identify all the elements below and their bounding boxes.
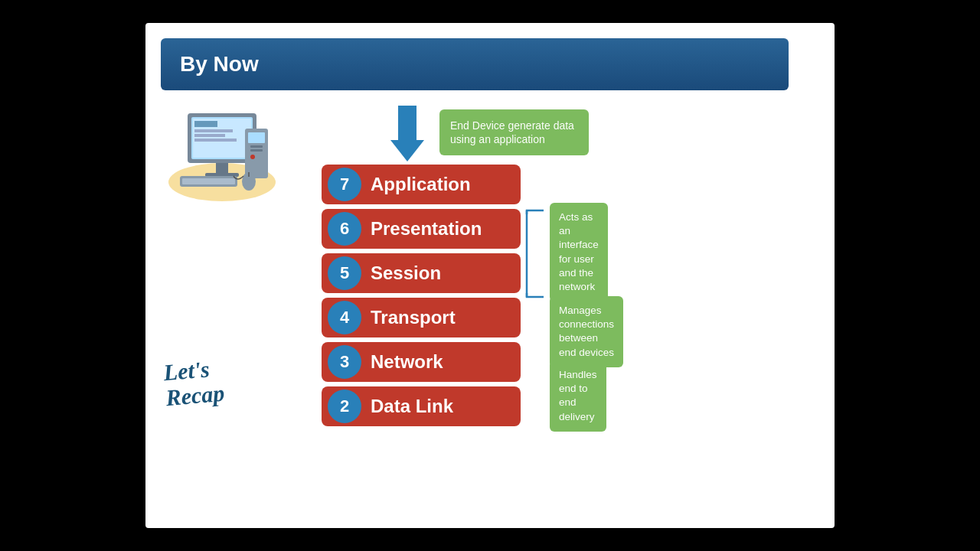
layer-2-number: 2 [328, 390, 361, 423]
annotation-delivery: Handles end to end delivery [550, 360, 606, 432]
layer-4: 4 Transport [322, 298, 521, 337]
layer-7-number: 7 [328, 168, 361, 201]
slide-title: By Now [161, 38, 789, 90]
layer-3: 3 Network [322, 342, 521, 382]
layer-2: 2 Data Link [322, 386, 521, 426]
recap-text: Let'sRecap [162, 355, 225, 410]
svg-rect-8 [216, 163, 228, 174]
layer-5-number: 5 [328, 256, 361, 290]
svg-point-14 [250, 155, 255, 159]
svg-rect-7 [194, 139, 237, 142]
slide: By Now [145, 23, 835, 528]
layer-4-number: 4 [328, 301, 361, 334]
svg-rect-11 [248, 132, 265, 143]
layer-3-number: 3 [328, 345, 361, 379]
svg-rect-4 [194, 121, 217, 127]
end-device-label: End Device generate data using an applic… [439, 109, 589, 155]
layer-6-name: Presentation [371, 218, 482, 240]
layer-4-name: Transport [371, 307, 456, 328]
blue-arrow [390, 106, 424, 161]
left-panel: Let'sRecap [161, 106, 314, 431]
layer-2-name: Data Link [371, 396, 453, 417]
annotation-interface: Acts as an interface for user and the ne… [550, 203, 608, 302]
svg-rect-12 [250, 145, 263, 148]
layer-3-name: Network [371, 351, 443, 373]
computer-illustration [161, 106, 291, 205]
annotation-connections: Manages connections between end devices [550, 296, 623, 367]
layer-stack: 7 Application 6 Presentation 5 Session [322, 165, 521, 431]
layer-7: 7 Application [322, 165, 521, 204]
svg-rect-6 [194, 134, 225, 137]
center-column: End Device generate data using an applic… [322, 106, 589, 431]
layer-5-name: Session [371, 262, 441, 284]
layer-5: 5 Session [322, 253, 521, 293]
svg-rect-13 [250, 149, 263, 152]
layer-7-name: Application [371, 174, 471, 195]
svg-rect-5 [194, 129, 233, 132]
layer-6: 6 Presentation [322, 209, 521, 249]
layer-6-number: 6 [328, 212, 361, 246]
svg-rect-16 [182, 178, 235, 184]
